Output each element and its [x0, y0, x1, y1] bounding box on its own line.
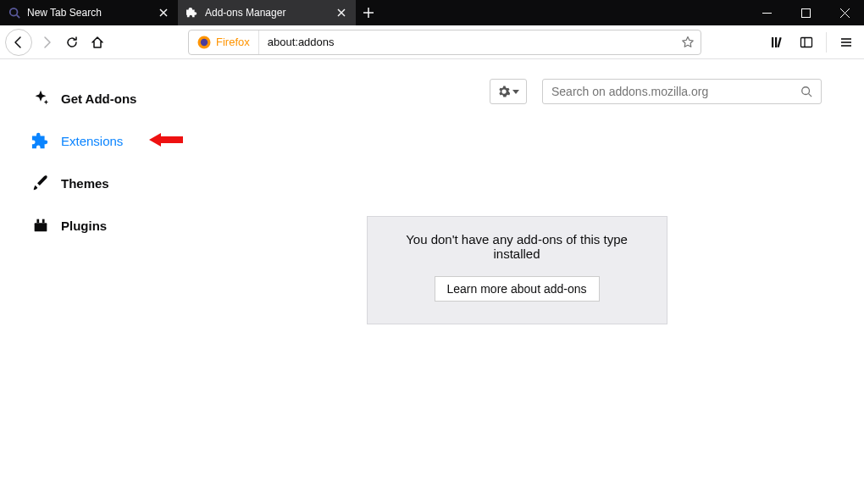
svg-rect-9 [801, 8, 810, 17]
svg-point-26 [802, 87, 810, 95]
tab-strip: New Tab Search Add-ons Manager [0, 0, 864, 25]
window-maximize-button[interactable] [786, 0, 825, 25]
sidebar-item-label: Get Add-ons [61, 91, 136, 106]
sidebar-item-themes[interactable]: Themes [30, 169, 212, 197]
learn-more-button[interactable]: Learn more about add-ons [435, 276, 600, 302]
empty-state-panel: You don't have any add-ons of this type … [367, 216, 667, 324]
window-minimize-button[interactable] [747, 0, 786, 25]
url-bar[interactable]: Firefox about:addons [188, 30, 701, 55]
sidebar-item-label: Plugins [61, 219, 107, 233]
svg-line-27 [809, 94, 812, 97]
svg-line-1 [17, 15, 20, 19]
empty-state-message: You don't have any add-ons of this type … [385, 232, 650, 261]
home-button[interactable] [85, 30, 110, 55]
svg-rect-23 [35, 223, 47, 231]
library-icon [771, 36, 784, 49]
separator [826, 32, 827, 53]
svg-point-13 [201, 38, 208, 45]
tab-addonsmanager[interactable]: Add-ons Manager [178, 0, 356, 25]
svg-rect-25 [42, 219, 45, 224]
sidebar-icon [800, 36, 813, 49]
main-pane: You don't have any add-ons of this type … [212, 59, 864, 504]
reload-button[interactable] [59, 30, 85, 55]
search-icon [8, 7, 20, 19]
svg-rect-15 [775, 37, 777, 47]
sparkle-icon [30, 88, 51, 108]
forward-button[interactable] [34, 30, 59, 55]
search-input[interactable] [551, 85, 800, 98]
addons-page: Get Add-ons Extensions Themes Plugins [0, 59, 864, 504]
puzzle-icon [30, 130, 51, 151]
sidebar-button[interactable] [794, 30, 819, 55]
addons-search-box[interactable] [542, 79, 822, 104]
svg-rect-16 [777, 36, 781, 47]
search-icon [800, 86, 812, 97]
brush-icon [30, 173, 51, 193]
bookmark-star-button[interactable] [675, 36, 701, 49]
header-row [212, 75, 822, 108]
tools-menu-button[interactable] [490, 79, 527, 104]
puzzle-icon [186, 7, 198, 19]
close-icon[interactable] [158, 8, 169, 17]
tab-newtabsearch[interactable]: New Tab Search [0, 0, 178, 25]
categories-sidebar: Get Add-ons Extensions Themes Plugins [0, 59, 212, 504]
library-button[interactable] [765, 30, 790, 55]
svg-rect-14 [772, 37, 773, 47]
pointer-arrow-icon [149, 132, 183, 151]
sidebar-item-label: Themes [61, 176, 109, 191]
sidebar-item-plugins[interactable]: Plugins [30, 212, 212, 239]
gear-icon [498, 86, 510, 97]
plugin-icon [30, 215, 51, 235]
svg-rect-24 [36, 219, 39, 224]
firefox-icon [197, 36, 211, 49]
svg-marker-22 [149, 133, 183, 147]
close-icon[interactable] [335, 8, 347, 17]
sidebar-item-get-addons[interactable]: Get Add-ons [30, 85, 212, 112]
window-controls [747, 0, 864, 25]
sidebar-item-extensions[interactable]: Extensions [30, 127, 212, 154]
nav-toolbar: Firefox about:addons [0, 25, 864, 59]
app-menu-button[interactable] [834, 30, 859, 55]
url-input[interactable]: about:addons [259, 36, 675, 48]
svg-rect-17 [801, 37, 812, 47]
star-icon [681, 36, 695, 49]
back-button[interactable] [5, 29, 32, 56]
hamburger-icon [839, 36, 853, 49]
svg-point-0 [10, 8, 18, 16]
chevron-down-icon [512, 90, 519, 94]
identity-box[interactable]: Firefox [189, 30, 259, 54]
tab-label: Add-ons Manager [205, 7, 335, 19]
identity-label: Firefox [216, 36, 250, 48]
sidebar-item-label: Extensions [61, 134, 123, 148]
window-close-button[interactable] [825, 0, 864, 25]
tab-label: New Tab Search [27, 7, 158, 19]
new-tab-button[interactable] [356, 0, 381, 25]
